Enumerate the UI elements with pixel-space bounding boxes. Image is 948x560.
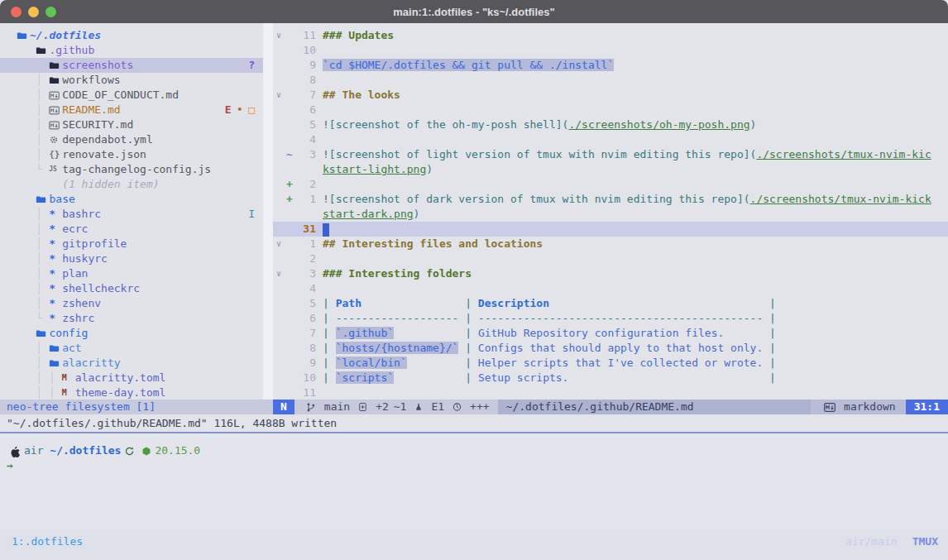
tree-item-label: tag-changelog-config.js [62,162,211,177]
tree-item-tag-changelog-config-js[interactable]: └ JStag-changelog-config.js [0,162,263,177]
editor-line[interactable]: 6 [273,103,948,117]
editor-line[interactable]: 31 [273,222,948,237]
editor-line[interactable]: 8 [273,73,948,88]
tree-item-alacritty-toml[interactable]: │ │ Malacritty.toml [0,371,263,385]
line-number: 4 [294,132,316,147]
text-segment: start-dark.png [323,208,414,220]
tree-item-code-of-conduct-md[interactable]: │ CODE_OF_CONDUCT.md [0,88,263,103]
tree-item-screenshots[interactable]: │ screenshots? [0,58,263,73]
tree-item--dotfiles[interactable]: ~/.dotfiles [0,28,263,43]
line-number: 2 [294,251,316,266]
text-segment: | [763,371,776,384]
folder-icon [36,328,49,338]
folder-icon [49,60,62,70]
editor-line[interactable]: kstart-light.png) [273,162,948,177]
neotree-scroll-gutter[interactable] [263,23,273,400]
editor-line[interactable]: 7| `.github` | GitHub Repository configu… [273,326,948,341]
tree-item-zshrc[interactable]: └ *zshrc [0,311,263,326]
editor-line[interactable]: 6| ------------------- | ---------------… [273,311,948,326]
line-text: ## The looks [316,88,400,103]
tree-guide: │ [17,341,49,356]
editor-line[interactable]: 9| `local/bin` | Helper scripts that I'v… [273,356,948,371]
tree-item-dependabot-yml[interactable]: │ dependabot.yml [0,132,263,147]
editor-line[interactable]: 4 [273,132,948,147]
editor-line[interactable]: ∨7## The looks [273,88,948,103]
tree-item-label: config [49,326,88,341]
line-number: 9 [294,356,316,371]
tree-item-zshenv[interactable]: │ *zshenv [0,296,263,311]
line-number: 5 [294,117,316,132]
editor-line[interactable]: ∨3### Interesting folders [273,266,948,281]
tree-item-label: base [49,192,74,207]
tree-item-ecrc[interactable]: │ *ecrc [0,222,263,237]
tree-item--github[interactable]: .github [0,43,263,58]
tree-item-label: CODE_OF_CONDUCT.md [62,88,179,103]
tree-item-workflows[interactable]: │ workflows [0,73,263,88]
line-number: 11 [294,385,316,400]
editor-line[interactable]: start-dark.png) [273,207,948,222]
text-segment: `hosts/{hostname}/` [336,342,459,354]
tree-guide: │ [17,147,49,162]
text-segment: ./screenshots/tmux-nvim-kick [750,193,931,205]
tree-item-label: ecrc [62,222,88,237]
tree-item--1-hidden-item-[interactable]: (1 hidden item) [0,177,263,192]
tree-item-theme-day-toml[interactable]: │ │ Mtheme-day.toml [0,385,263,400]
editor-line[interactable]: 10 [273,43,948,58]
editor-line[interactable]: 5![screenshot of the oh-my-posh shell](.… [273,117,948,132]
tree-item-renovate-json[interactable]: │ {}renovate.json [0,147,263,162]
tmux-window-tab[interactable]: 1:.dotfiles [12,535,83,548]
tree-item-label: zshenv [62,296,101,311]
fold-chevron-icon[interactable]: ∨ [273,28,285,43]
editor-line[interactable]: +2 [273,177,948,192]
editor-line[interactable]: 5| Path | Description | [273,296,948,311]
editor-line[interactable]: 2 [273,251,948,266]
tree-guide: │ [17,58,49,73]
text-segment: `local/bin` [336,357,407,369]
editor-line[interactable]: 4 [273,281,948,296]
line-number: 7 [294,88,316,103]
editor-line[interactable]: 11 [273,385,948,400]
tree-item-bashrc[interactable]: │ *bashrcI [0,207,263,222]
tree-item-shellcheckrc[interactable]: │ *shellcheckrc [0,281,263,296]
tree-item-base[interactable]: base [0,192,263,207]
star-icon: * [49,251,62,266]
text-segment: Path [336,297,361,309]
editor-line[interactable]: ~3![screenshot of light version of tmux … [273,147,948,162]
filetype-section: markdown [811,400,906,414]
clock-icon [452,402,462,412]
vim-statusline: N main+2~1E1+++ ~/.dotfiles/.github/READ… [273,400,948,414]
editor-pane[interactable]: ∨11### Updates109`cd $HOME/.dotfiles && … [273,23,948,400]
editor-line[interactable]: ∨11### Updates [273,28,948,43]
editor-line[interactable]: ∨1## Interesting files and locations [273,237,948,251]
text-segment: Setup scripts. [478,371,569,384]
tree-item-alacritty[interactable]: │ alacritty [0,356,263,371]
tree-item-security-md[interactable]: │ SECURITY.md [0,117,263,132]
shell-input-line[interactable]: → [7,458,948,473]
editor-line[interactable]: 8| `hosts/{hostname}/` | Configs that sh… [273,341,948,356]
fold-chevron-icon[interactable]: ∨ [273,88,285,103]
tree-guide: │ │ [17,385,62,400]
line-number: 6 [294,311,316,326]
editor-line[interactable]: +1![screenshot of dark version of tmux w… [273,192,948,207]
tree-item-gitprofile[interactable]: │ *gitprofile [0,237,263,251]
tree-marker: • [237,103,243,117]
shell-pane[interactable]: air ~/.dotfiles20.15.0 → [0,433,948,529]
fold-chevron-icon[interactable]: ∨ [273,266,285,281]
tree-guide [17,177,49,192]
tree-item-readme-md[interactable]: │ README.mdE•□ [0,103,263,117]
tree-item-config[interactable]: config [0,326,263,341]
line-number: 10 [294,43,316,58]
fold-chevron-icon[interactable]: ∨ [273,237,285,251]
tree-item-label: alacritty.toml [75,371,166,385]
star-icon: * [49,207,62,222]
tree-guide: │ [17,103,49,117]
node-version: 20.15.0 [155,443,200,458]
tree-item-plan[interactable]: │ *plan [0,266,263,281]
text-segment [568,371,763,384]
tree-guide: │ [17,132,49,147]
tree-item-act[interactable]: │ act [0,341,263,356]
editor-line[interactable]: 9`cd $HOME/.dotfiles && git pull && ./in… [273,58,948,73]
tree-item-huskyrc[interactable]: │ *huskyrc [0,251,263,266]
text-segment [407,357,459,369]
editor-line[interactable]: 10| `scripts` | Setup scripts. | [273,371,948,385]
